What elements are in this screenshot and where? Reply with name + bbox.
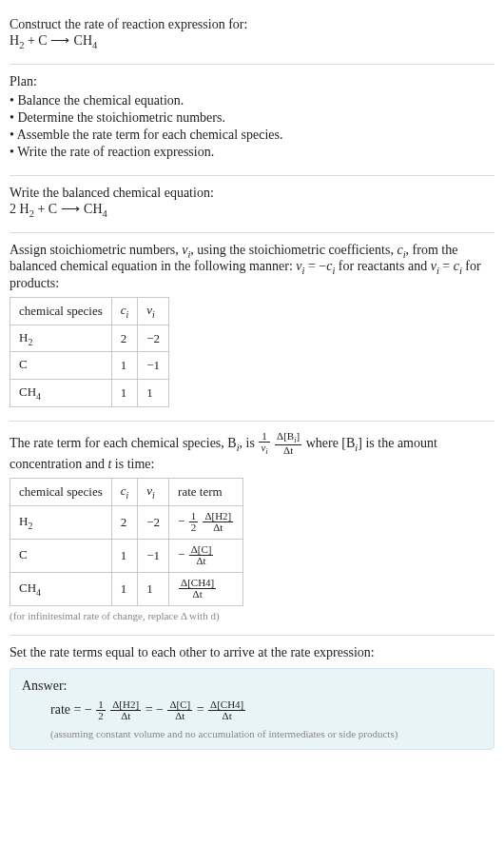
assign-section: Assign stoichiometric numbers, νi, using… (10, 233, 494, 422)
cell-c: 1 (111, 539, 138, 572)
table-row: CH4 1 1 Δ[CH4]Δt (10, 572, 243, 605)
term1-frac: Δ[H2]Δt (110, 699, 141, 722)
plan-bullet: • Determine the stoichiometric numbers. (10, 110, 494, 126)
rateterm-table: chemical species ci νi rate term H2 2 −2… (10, 478, 243, 606)
answer-label: Answer: (22, 679, 482, 694)
cell-species-sub: 2 (28, 336, 32, 346)
term3-frac: Δ[CH4]Δt (208, 699, 245, 722)
coef-frac-den: νi (259, 443, 269, 457)
rateterm-text-b: , is (240, 435, 259, 449)
plus-c: + C (24, 33, 50, 48)
conc-frac: Δ[Bi] Δt (275, 431, 301, 457)
species-h2: H (10, 33, 19, 48)
cell-species-txt: CH (19, 384, 36, 399)
answer-box: Answer: rate = − 12 Δ[H2]Δt = − Δ[C]Δt =… (10, 668, 494, 750)
term1-den: Δt (110, 711, 141, 722)
rateterm-text-a: The rate term for each chemical species,… (10, 435, 237, 449)
rt-conc-frac: Δ[H2]Δt (203, 511, 233, 534)
final-section: Set the rate terms equal to each other t… (10, 636, 494, 763)
cell-species-txt: C (19, 547, 28, 561)
cell-nu: −1 (138, 539, 169, 572)
ch4-sub: 4 (103, 208, 107, 219)
col-species: chemical species (10, 478, 112, 505)
cell-species: CH4 (10, 379, 112, 406)
infinitesimal-note: (for infinitesimal rate of change, repla… (10, 610, 494, 621)
coef-frac: 1 νi (259, 431, 269, 457)
cell-c: 2 (111, 325, 138, 352)
assign-text-d: for reactants and (335, 259, 430, 273)
rate-eq-prefix: rate = − (50, 702, 92, 717)
cell-nu: 1 (138, 572, 169, 605)
plan-bullet: • Balance the chemical equation. (10, 93, 494, 108)
cell-species-txt: H (19, 330, 28, 344)
table-header-row: chemical species ci νi rate term (10, 478, 243, 505)
cell-nu: −2 (138, 505, 169, 539)
rt-conc-frac: Δ[CH4]Δt (179, 578, 216, 600)
rt-prefix: − (178, 514, 184, 528)
cell-rateterm: Δ[CH4]Δt (169, 572, 243, 605)
balanced-equation: 2 H2 + C ⟶ CH4 (10, 201, 494, 219)
cell-species: CH4 (10, 572, 112, 605)
col-c-sub: i (126, 490, 129, 501)
species-ch4-sub: 4 (92, 40, 97, 50)
prompt-equation: H2 + C ⟶ CH4 (10, 32, 494, 50)
table-header-row: chemical species ci νi (10, 298, 169, 325)
cell-species: H2 (10, 325, 112, 352)
table-row: CH4 1 1 (10, 379, 169, 406)
eq-sep-2: = (197, 702, 207, 717)
cell-nu: 1 (138, 379, 169, 406)
cell-species: H2 (10, 505, 112, 539)
cell-species: C (10, 352, 112, 380)
prompt-line: Construct the rate of reaction expressio… (10, 17, 494, 32)
reaction-arrow-icon: ⟶ (61, 202, 81, 216)
plus-c: + C (34, 202, 61, 216)
cell-species: C (10, 539, 112, 572)
plan-title: Plan: (10, 74, 494, 89)
term2-den: Δt (167, 711, 192, 722)
rateterm-section: The rate term for each chemical species,… (10, 422, 494, 636)
term3-den: Δt (208, 711, 245, 722)
cell-nu: −2 (138, 325, 169, 352)
cell-species-txt: H (19, 514, 28, 528)
col-c-sub: i (126, 309, 129, 320)
conc-frac-num-a: Δ[B (277, 430, 294, 442)
coef-h2: 2 H (10, 202, 29, 216)
rel-eq-neg: = − (304, 259, 326, 273)
coef-frac-den-sub: i (265, 447, 267, 456)
cell-c: 1 (111, 572, 138, 605)
plan-section: Plan: • Balance the chemical equation. •… (10, 65, 494, 176)
cell-nu: −1 (138, 352, 169, 380)
plan-bullet: • Assemble the rate term for each chemic… (10, 128, 494, 143)
col-c: ci (111, 478, 138, 505)
reaction-arrow-icon: ⟶ (50, 33, 70, 48)
answer-assumption: (assuming constant volume and no accumul… (22, 728, 482, 739)
final-title: Set the rate terms equal to each other t… (10, 645, 494, 660)
balanced-title: Write the balanced chemical equation: (10, 186, 494, 201)
answer-expression: rate = − 12 Δ[H2]Δt = − Δ[C]Δt = Δ[CH4]Δ… (22, 699, 482, 722)
rateterm-text-c: where [B (306, 435, 356, 449)
cell-c: 1 (111, 379, 138, 406)
cell-species-sub: 4 (36, 587, 41, 598)
eq-sep-1: = − (145, 702, 164, 717)
cell-species-sub: 2 (28, 520, 32, 530)
half-frac: 12 (96, 699, 106, 722)
rt-conc-den: Δt (179, 589, 216, 600)
rel2-eq: = (439, 259, 454, 273)
cell-c: 2 (111, 505, 138, 539)
col-nu-sub: i (152, 490, 155, 501)
col-c: ci (111, 298, 138, 325)
col-rateterm: rate term (169, 478, 243, 505)
col-species: chemical species (10, 298, 112, 325)
col-nu: νi (138, 298, 169, 325)
col-nu: νi (138, 478, 169, 505)
cell-rateterm: − Δ[C]Δt (169, 539, 243, 572)
conc-frac-den: Δt (275, 445, 301, 457)
assign-text: Assign stoichiometric numbers, νi, using… (10, 243, 494, 292)
half-den: 2 (96, 711, 106, 722)
cell-rateterm: − 12 Δ[H2]Δt (169, 505, 243, 539)
table-row: H2 2 −2 − 12 Δ[H2]Δt (10, 505, 243, 539)
table-row: C 1 −1 (10, 352, 169, 380)
rt-coef-frac: 12 (189, 511, 199, 534)
cell-species-txt: C (19, 357, 28, 371)
prompt-section: Construct the rate of reaction expressio… (10, 8, 494, 65)
